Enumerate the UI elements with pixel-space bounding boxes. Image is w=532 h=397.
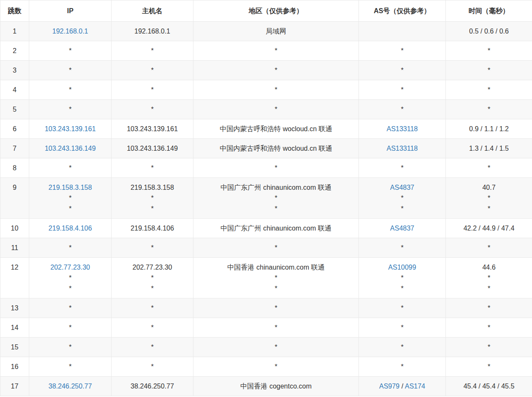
table-row: 13***** [0,298,532,318]
region-line: * [196,283,356,294]
as-link[interactable]: AS174 [405,383,425,390]
asn-line: * [361,163,443,173]
asn-line: * [361,242,443,253]
ip-cell: 103.243.136.149 [29,139,112,158]
asn-line: * [361,193,443,203]
host-cell: * [112,41,193,61]
time-line: * [448,203,529,214]
asn-line: * [361,273,443,283]
table-row: 15***** [0,338,532,357]
region-line: * [196,361,356,372]
time-line: 40.7 [448,182,529,193]
hop-cell: 1 [0,22,29,41]
time-cell: 1.3 / 1.4 / 1.5 [446,139,532,158]
time-line: * [448,45,529,56]
asn-cell: * [359,41,446,61]
column-header-time: 时间（毫秒） [446,0,532,22]
hop-cell: 5 [0,100,29,119]
asn-cell: AS4837** [359,178,446,219]
host-cell: * [112,318,193,338]
as-link[interactable]: AS133118 [386,145,418,152]
host-cell: 103.243.136.149 [112,139,193,158]
ip-line: 192.168.0.1 [32,26,109,37]
region-cell: 中国香港 cogentco.com [193,377,359,396]
ip-line: * [32,242,109,253]
ip-line: 103.243.139.161 [32,124,109,134]
host-cell: 219.158.4.106 [112,219,193,238]
time-line: * [448,163,529,173]
host-line: * [114,65,190,76]
host-cell: * [112,357,193,377]
time-line: 44.6 [448,262,529,273]
region-cell: 中国内蒙古呼和浩特 wocloud.cn 联通 [193,119,359,139]
asn-cell: * [359,158,446,178]
as-link[interactable]: AS10099 [388,264,416,271]
hop-cell: 10 [0,219,29,238]
time-line: * [448,361,529,372]
ip-line: * [32,193,109,203]
ip-cell: * [29,100,112,119]
ip-cell: 202.77.23.30** [29,258,112,298]
time-cell: * [446,298,532,318]
ip-cell: * [29,80,112,100]
host-line: * [114,342,190,352]
ip-cell: * [29,158,112,178]
region-line: 中国内蒙古呼和浩特 wocloud.cn 联通 [196,124,356,134]
host-line: * [114,303,190,313]
as-link[interactable]: AS979 [379,383,400,390]
asn-cell: AS979 / AS174 [359,377,446,396]
ip-link[interactable]: 219.158.4.106 [48,225,92,232]
ip-line: * [32,104,109,115]
ip-line: 103.243.136.149 [32,143,109,154]
region-cell: 局域网 [193,22,359,41]
host-line: * [114,283,190,294]
column-header-region: 地区（仅供参考） [193,0,359,22]
table-row: 6103.243.139.161103.243.139.161中国内蒙古呼和浩特… [0,119,532,139]
asn-cell: AS133118 [359,119,446,139]
region-line: 中国广东广州 chinaunicom.com 联通 [196,223,356,234]
host-line: 202.77.23.30 [114,262,190,273]
host-line: 103.243.139.161 [114,124,190,134]
ip-line: 219.158.4.106 [32,223,109,234]
asn-cell: * [359,298,446,318]
host-cell: * [112,238,193,258]
host-cell: * [112,158,193,178]
region-cell: 中国广东广州 chinaunicom.com 联通 [193,219,359,238]
time-line: * [448,193,529,203]
as-link[interactable]: AS133118 [386,125,418,132]
asn-line: * [361,303,443,313]
time-cell: 0.9 / 1.1 / 1.2 [446,119,532,139]
host-cell: * [112,100,193,119]
asn-cell: * [359,338,446,357]
time-line: 0.5 / 0.6 / 0.6 [448,26,529,37]
region-line: * [196,322,356,333]
time-line: * [448,283,529,294]
ip-link[interactable]: 192.168.0.1 [52,28,88,35]
time-cell: 45.4 / 45.4 / 45.5 [446,377,532,396]
column-header-hop: 跳数 [0,0,29,22]
table-row: 8***** [0,158,532,178]
ip-link[interactable]: 103.243.139.161 [45,125,95,132]
as-link[interactable]: AS4837 [390,184,414,191]
ip-link[interactable]: 202.77.23.30 [50,264,90,271]
time-cell: * [446,80,532,100]
column-header-ip: IP [29,0,112,22]
ip-cell: * [29,338,112,357]
region-cell: * [193,338,359,357]
region-cell: 中国广东广州 chinaunicom.com 联通** [193,178,359,219]
ip-link[interactable]: 219.158.3.158 [48,184,92,191]
ip-line: * [32,273,109,283]
hop-cell: 11 [0,238,29,258]
host-line: * [114,203,190,214]
region-line: 中国广东广州 chinaunicom.com 联通 [196,182,356,193]
table-row: 1738.246.250.7738.246.250.77中国香港 cogentc… [0,377,532,396]
ip-link[interactable]: 38.246.250.77 [48,383,92,390]
ip-line: * [32,303,109,313]
ip-line: * [32,203,109,214]
as-link[interactable]: AS4837 [390,225,414,232]
ip-link[interactable]: 103.243.136.149 [45,145,95,152]
time-line: * [448,342,529,352]
region-line: * [196,193,356,203]
time-cell: * [446,318,532,338]
asn-cell: * [359,238,446,258]
